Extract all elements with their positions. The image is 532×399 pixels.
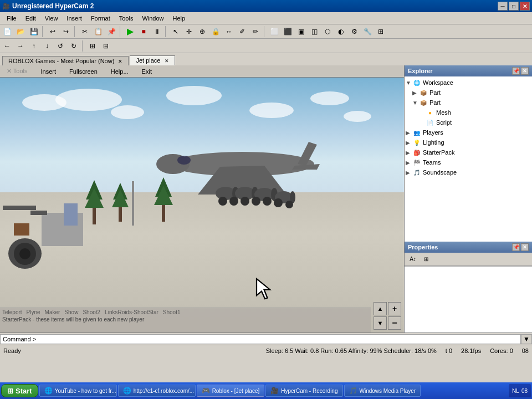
- roblox-fullscreen[interactable]: Fullscreen: [63, 67, 104, 76]
- roblox-insert[interactable]: Insert: [34, 67, 63, 76]
- tree-players[interactable]: ▶ 👥 Players: [406, 127, 531, 137]
- redo-btn[interactable]: ↪: [60, 25, 72, 38]
- open-btn[interactable]: 📂: [14, 25, 27, 38]
- taskbar-roblox-web[interactable]: 🌐 http://c1-cf.roblox.com/...: [118, 385, 196, 397]
- shape1[interactable]: ⬜: [268, 25, 280, 38]
- taskbar-roblox-game[interactable]: 🎮 Roblox - [Jet place]: [197, 385, 265, 397]
- shape6[interactable]: ◐: [335, 25, 347, 38]
- expand-part2[interactable]: ▼: [412, 100, 419, 106]
- tree-teams[interactable]: ▶ 🏁 Teams: [406, 157, 531, 167]
- expand-lighting[interactable]: ▶: [406, 140, 412, 146]
- tab-jet-place[interactable]: Jet place ✕: [130, 55, 175, 65]
- nav-up[interactable]: ↑: [28, 40, 40, 52]
- command-dropdown-btn[interactable]: ▼: [521, 334, 532, 344]
- menu-insert[interactable]: Insert: [62, 14, 86, 23]
- save-btn[interactable]: 💾: [28, 25, 40, 38]
- menu-tools[interactable]: Tools: [115, 14, 138, 23]
- shape3[interactable]: ▣: [295, 25, 307, 38]
- menu-format[interactable]: Format: [86, 14, 115, 23]
- shape2[interactable]: ⬛: [282, 25, 294, 38]
- menu-help[interactable]: Help: [168, 14, 190, 23]
- dark-shape-1: [3, 206, 36, 210]
- shape5[interactable]: ⬡: [321, 25, 334, 38]
- roblox-exit[interactable]: Exit: [135, 67, 158, 76]
- tool6[interactable]: ✐: [236, 25, 248, 38]
- tab-roblox-popular[interactable]: ROBLOX Games - Most Popular (Now) ✕: [2, 56, 129, 65]
- record-btn[interactable]: ⏸: [151, 25, 163, 38]
- vtab-linksroids[interactable]: LinksRoids-ShootStar: [105, 309, 158, 315]
- menu-file[interactable]: File: [2, 14, 21, 23]
- tree-script[interactable]: 📄 Script: [406, 117, 531, 127]
- rotate-right[interactable]: ↻: [68, 40, 80, 52]
- taskbar-hypercam[interactable]: 🎥 HyperCam - Recording: [265, 385, 342, 397]
- nav-zoom-out-btn[interactable]: −: [388, 316, 401, 330]
- tree-starterpack[interactable]: ▶ 🎒 StarterPack: [406, 147, 531, 157]
- nav-down[interactable]: ↓: [41, 40, 53, 52]
- tool7[interactable]: ✏: [249, 25, 262, 38]
- vtab-maker[interactable]: Maker: [45, 309, 60, 315]
- tree-part-1[interactable]: ▶ 📦 Part: [406, 88, 531, 98]
- shape4[interactable]: ◫: [308, 25, 320, 38]
- tab-close-0[interactable]: ✕: [118, 59, 122, 64]
- vtab-plyne[interactable]: Plyne: [27, 309, 40, 315]
- expand-workspace[interactable]: ▼: [406, 80, 412, 86]
- vtab-shoot1[interactable]: Shoot1: [163, 309, 181, 315]
- viewport[interactable]: Teleport Plyne Maker Show Shoot2 LinksRo…: [0, 78, 404, 332]
- new-btn[interactable]: 📄: [1, 25, 13, 38]
- vtab-teleport[interactable]: Teleport: [2, 309, 22, 315]
- tool5[interactable]: ↔: [223, 25, 235, 38]
- tool3[interactable]: ⊕: [196, 25, 208, 38]
- prop-sort-cat[interactable]: ⊞: [420, 253, 432, 265]
- tree-workspace[interactable]: ▼ 🌐 Workspace: [406, 78, 531, 88]
- expand-players[interactable]: ▶: [406, 130, 412, 136]
- expand-part1[interactable]: ▶: [412, 90, 419, 96]
- nav-zoom-in-btn[interactable]: +: [388, 302, 401, 315]
- shape7[interactable]: ⚙: [348, 25, 360, 38]
- tree-soundscape[interactable]: ▶ 🎵 Soundscape: [406, 167, 531, 177]
- rotate-left[interactable]: ↺: [54, 40, 66, 52]
- explorer-close-btn[interactable]: ✕: [521, 67, 529, 75]
- undo-btn[interactable]: ↩: [47, 25, 59, 38]
- nav-down-btn[interactable]: ▼: [374, 316, 387, 330]
- tool1[interactable]: ↖: [170, 25, 182, 38]
- tab-close-1[interactable]: ✕: [165, 58, 169, 64]
- tool4[interactable]: 🔒: [209, 25, 222, 38]
- stop-btn[interactable]: ■: [137, 25, 150, 38]
- taskbar-youtube[interactable]: 🌐 YouTube - how to get fr...: [39, 385, 117, 397]
- command-input[interactable]: [0, 334, 521, 344]
- properties-pin-btn[interactable]: 📌: [512, 243, 520, 251]
- shape9[interactable]: ⊞: [375, 25, 387, 38]
- nav-back[interactable]: ←: [1, 40, 13, 52]
- start-button[interactable]: ⊞ Start: [1, 384, 38, 397]
- expand-starterpack[interactable]: ▶: [406, 150, 412, 156]
- cut-btn[interactable]: ✂: [79, 25, 91, 38]
- properties-close-btn[interactable]: ✕: [521, 243, 529, 251]
- snap2[interactable]: ⊟: [100, 40, 112, 52]
- tool2[interactable]: ✛: [183, 25, 195, 38]
- close-button[interactable]: ✕: [520, 2, 530, 11]
- expand-soundscape[interactable]: ▶: [406, 170, 412, 176]
- minimize-button[interactable]: ─: [498, 2, 508, 11]
- copy-btn[interactable]: 📋: [92, 25, 104, 38]
- explorer-pin-btn[interactable]: 📌: [512, 67, 520, 75]
- menu-edit[interactable]: Edit: [21, 14, 40, 23]
- maximize-button[interactable]: □: [509, 2, 519, 11]
- tree-lighting[interactable]: ▶ 💡 Lighting: [406, 137, 531, 147]
- play-btn[interactable]: ▶: [124, 25, 136, 38]
- roblox-help[interactable]: Help...: [104, 67, 135, 76]
- nav-forward[interactable]: →: [14, 40, 27, 52]
- vtab-show[interactable]: Show: [64, 309, 78, 315]
- expand-teams[interactable]: ▶: [406, 160, 412, 166]
- tree-part-2[interactable]: ▼ 📦 Part: [406, 98, 531, 108]
- tree-mesh[interactable]: ● Mesh: [406, 108, 531, 117]
- shape8[interactable]: 🔧: [361, 25, 374, 38]
- roblox-tools[interactable]: ✕ Tools: [0, 66, 34, 76]
- vtab-shoot2[interactable]: Shoot2: [83, 309, 100, 315]
- nav-up-btn[interactable]: ▲: [374, 302, 387, 315]
- menu-window[interactable]: Window: [137, 14, 168, 23]
- menu-view[interactable]: View: [40, 14, 63, 23]
- snap1[interactable]: ⊞: [86, 40, 99, 52]
- prop-sort-alpha[interactable]: A↕: [407, 253, 419, 265]
- paste-btn[interactable]: 📌: [105, 25, 117, 38]
- taskbar-wmp[interactable]: 🎵 Windows Media Player: [344, 385, 421, 397]
